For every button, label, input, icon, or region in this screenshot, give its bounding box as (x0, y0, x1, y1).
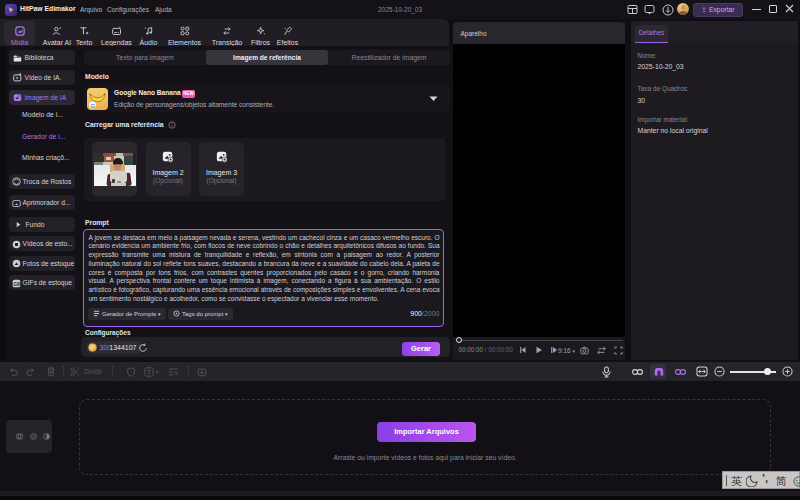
svg-text:GIF: GIF (13, 281, 21, 286)
svg-text:G: G (90, 103, 95, 109)
